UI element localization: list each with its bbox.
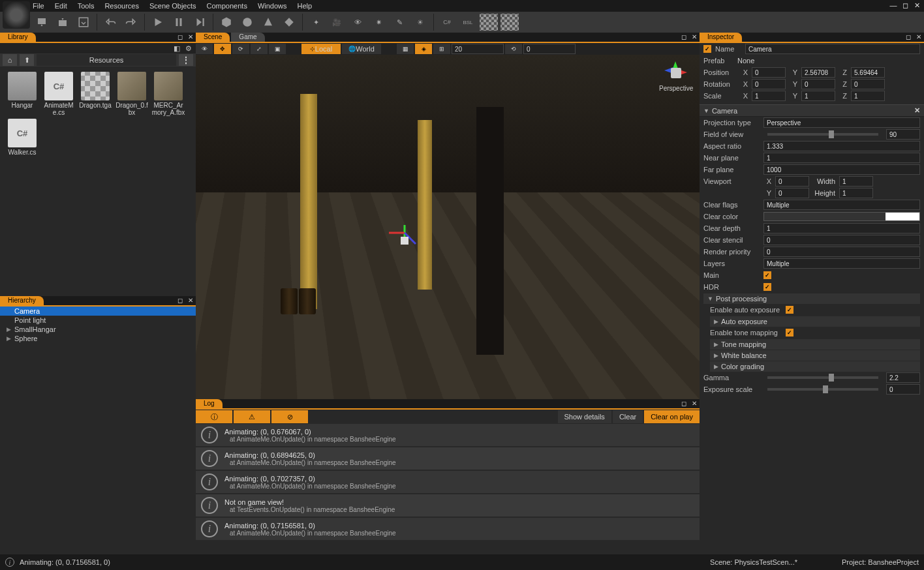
lib-menu-icon[interactable]: ⋮ [179,54,193,66]
panel-maximize-icon[interactable]: ◻ [176,296,184,304]
panel-close-icon[interactable]: ✕ [690,33,698,40]
window-maximize-icon[interactable]: ◻ [901,1,910,9]
library-item[interactable]: Hangar [5,72,39,116]
menu-file[interactable]: File [33,2,44,10]
cone-icon[interactable] [259,14,277,31]
fov-slider[interactable] [767,133,878,136]
white-balance-foldout[interactable]: ▶White balance [710,350,920,361]
tone-mapping-foldout[interactable]: ▶Tone mapping [710,339,920,350]
vp-w-input[interactable] [839,176,873,187]
aspect-input[interactable] [763,141,920,151]
main-checkbox[interactable]: ✓ [763,271,771,279]
menu-resources[interactable]: Resources [104,2,139,10]
up-icon[interactable]: ⬆ [20,54,34,66]
scale-tool-icon[interactable]: ⤢ [251,44,268,54]
show-details-button[interactable]: Show details [558,410,611,423]
color-grading-foldout[interactable]: ▶Color grading [710,361,920,372]
pause-icon[interactable] [170,14,188,31]
menu-tools[interactable]: Tools [78,2,95,10]
step-icon[interactable] [191,14,209,31]
light-icon[interactable]: ✷ [369,14,388,31]
library-item[interactable]: C#Walker.cs [5,119,39,156]
snap-value-input[interactable] [452,44,504,54]
library-item[interactable]: Dragon.tga [78,72,112,116]
exposure-input[interactable] [886,384,920,395]
scl-y-input[interactable] [801,91,835,101]
panel-maximize-icon[interactable]: ◻ [176,33,184,40]
quad-icon[interactable] [280,14,298,31]
fov-input[interactable] [886,129,920,140]
far-input[interactable] [763,164,920,175]
panel-maximize-icon[interactable]: ◻ [680,399,688,407]
pos-x-input[interactable] [752,67,786,78]
vp-y-input[interactable] [775,188,809,198]
rot-x-input[interactable] [752,79,786,89]
clear-button[interactable]: Clear [613,410,643,423]
panel-maximize-icon[interactable]: ◻ [904,33,912,40]
grid-snap-icon[interactable]: ⊞ [433,44,450,54]
vp-x-input[interactable] [775,176,809,187]
menu-help[interactable]: Help [298,2,313,10]
orientation-gizmo[interactable]: Perspective [659,63,692,92]
exposure-slider[interactable] [767,388,878,391]
remove-component-icon[interactable]: ✕ [914,106,920,115]
scene-options-icon[interactable]: ✦ [307,14,325,31]
tone-mapping-checkbox[interactable]: ✓ [786,329,793,337]
play-icon[interactable] [149,14,167,31]
save-project-icon[interactable] [54,14,72,31]
projection-select[interactable] [763,117,920,128]
vp-h-input[interactable] [839,188,873,198]
tab-scene[interactable]: Scene [196,33,230,42]
window-minimize-icon[interactable]: — [889,1,898,9]
pos-y-input[interactable] [801,67,835,78]
clear-on-play-button[interactable]: Clear on play [644,410,700,423]
panel-close-icon[interactable]: ✕ [915,33,923,40]
log-error-filter-icon[interactable]: ⊘ [271,410,308,423]
panel-close-icon[interactable]: ✕ [187,33,194,40]
hierarchy-item[interactable]: Camera [0,307,196,316]
tab-hierarchy[interactable]: Hierarchy [0,296,44,305]
tab-inspector[interactable]: Inspector [700,33,742,42]
scl-z-input[interactable] [851,91,885,101]
brush-icon[interactable]: ✎ [390,14,408,31]
space-local-button[interactable]: ⊹ Local [301,44,341,54]
camera-section-header[interactable]: ▼Camera✕ [700,104,924,117]
undo-icon[interactable] [101,14,119,31]
rot-z-input[interactable] [851,79,885,89]
gamma-input[interactable] [886,372,920,383]
rotate-snap-input[interactable] [523,44,576,54]
library-item[interactable]: MERC_Armory_A.fbx [151,72,185,116]
checker2-icon[interactable] [501,14,519,31]
tab-library[interactable]: Library [0,33,36,42]
rotate-snap-icon[interactable]: ⟲ [505,44,522,54]
log-entry[interactable]: iAnimating: (0, 0.7027357, 0)at AnimateM… [196,471,700,493]
name-input[interactable] [745,44,920,54]
sphere-icon[interactable] [238,14,256,31]
transform-gizmo[interactable] [392,228,418,254]
log-list[interactable]: iAnimating: (0, 0.676067, 0)at AnimateMe… [196,424,700,554]
log-info-filter-icon[interactable]: ⓘ [196,410,232,423]
panel-close-icon[interactable]: ✕ [187,296,194,304]
hierarchy-item[interactable]: ▶SmallHangar [0,325,196,334]
csharp-script-icon[interactable]: C# [438,14,456,31]
home-icon[interactable]: ⌂ [3,54,17,66]
redo-icon[interactable] [122,14,140,31]
renderprio-input[interactable] [763,247,920,257]
visibility-icon[interactable]: 👁 [348,14,367,31]
log-warning-filter-icon[interactable]: ⚠ [234,410,270,423]
hierarchy-panel[interactable]: CameraPoint light▶SmallHangar▶Sphere [0,307,196,554]
menu-scene-objects[interactable]: Scene Objects [149,2,196,10]
pivot-icon[interactable]: ◈ [415,44,432,54]
post-processing-foldout[interactable]: ▼Post processing [703,293,920,304]
hierarchy-item[interactable]: ▶Sphere [0,334,196,343]
rotate-tool-icon[interactable]: ⟳ [232,44,249,54]
scl-x-input[interactable] [752,91,786,101]
log-entry[interactable]: iAnimating: (0, 0.676067, 0)at AnimateMe… [196,424,700,446]
scene-viewport[interactable]: Perspective [196,55,700,399]
tab-game[interactable]: Game [231,33,264,42]
bsl-script-icon[interactable]: BSL [459,14,477,31]
menu-edit[interactable]: Edit [55,2,67,10]
library-item[interactable]: Dragon_0.fbx [115,72,149,116]
log-entry[interactable]: iAnimating: (0, 0.7156581, 0)at AnimateM… [196,518,700,540]
auto-exposure-foldout[interactable]: ▶Auto exposure [710,316,920,327]
